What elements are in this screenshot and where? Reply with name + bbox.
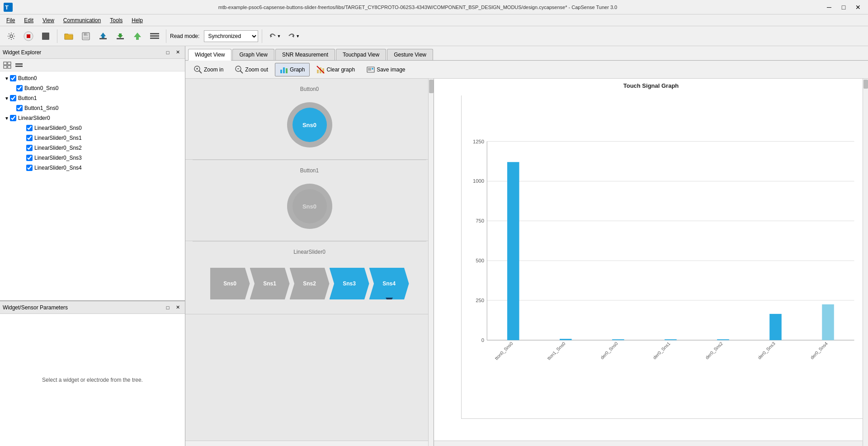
- bar-5[interactable]: [769, 314, 782, 340]
- clear-graph-button[interactable]: Clear graph: [311, 63, 360, 76]
- button1-inner-circle[interactable]: Sns0: [292, 189, 327, 223]
- tree-expand-linearslider0[interactable]: ▼: [4, 116, 10, 121]
- tree-item-linearslider0-sns1[interactable]: LinearSlider0_Sns1: [0, 133, 185, 143]
- close-button[interactable]: ✕: [852, 1, 864, 14]
- tree-item-linearslider0-sns0[interactable]: LinearSlider0_Sns0: [0, 123, 185, 133]
- menu-view[interactable]: View: [38, 16, 59, 24]
- tree-check-button1[interactable]: [10, 95, 16, 101]
- maximize-button[interactable]: □: [837, 1, 850, 14]
- download-button[interactable]: [113, 28, 128, 44]
- save-image-button[interactable]: Save image: [362, 63, 410, 76]
- tab-graph-view[interactable]: Graph View: [232, 49, 274, 60]
- graph-button[interactable]: Graph: [275, 63, 310, 76]
- tree-item-linearslider0-sns2[interactable]: LinearSlider0_Sns2: [0, 143, 185, 153]
- redo-dropdown[interactable]: ▼: [296, 34, 300, 38]
- params-close-button[interactable]: ✕: [173, 304, 182, 312]
- menu-communication[interactable]: Communication: [59, 16, 105, 24]
- svg-rect-10: [99, 38, 107, 39]
- graph-scrollbar-h[interactable]: [434, 441, 863, 446]
- menu-tools[interactable]: Tools: [105, 16, 127, 24]
- tree-check-ls0-sns2[interactable]: [26, 145, 33, 151]
- menu-edit[interactable]: Edit: [19, 16, 38, 24]
- tab-touchpad-view[interactable]: Touchpad View: [336, 49, 386, 60]
- zoom-in-button[interactable]: Zoom in: [189, 63, 228, 76]
- tree-check-linearslider0[interactable]: [10, 115, 16, 121]
- svg-text:0: 0: [481, 337, 484, 343]
- menu-file[interactable]: File: [2, 16, 19, 24]
- svg-rect-36: [317, 70, 319, 73]
- upload-button[interactable]: [95, 28, 111, 44]
- slider-segment-0[interactable]: Sns0: [210, 268, 250, 299]
- svg-marker-13: [118, 33, 123, 38]
- tree-check-button1-sns0[interactable]: [16, 105, 23, 111]
- tree-check-ls0-sns1[interactable]: [26, 135, 33, 141]
- tree-item-button1-sns0[interactable]: Button1_Sns0: [0, 103, 185, 113]
- tab-snr-measurement[interactable]: SNR Measurement: [275, 49, 335, 60]
- tree-expand-button0[interactable]: ▼: [4, 76, 10, 81]
- stop-button[interactable]: [21, 28, 36, 44]
- bar-3[interactable]: [665, 339, 677, 340]
- bar-0[interactable]: [507, 162, 519, 340]
- stop-square-button[interactable]: [38, 28, 53, 44]
- read-mode-select[interactable]: Synchronized Manual: [204, 30, 258, 42]
- slider-segment-1[interactable]: Sns1: [250, 268, 290, 299]
- tab-gesture-view[interactable]: Gesture View: [387, 49, 433, 60]
- tree-check-ls0-sns3[interactable]: [26, 155, 33, 161]
- widget-section-button1: Button1 Sns0: [185, 160, 434, 241]
- slider-segment-3[interactable]: Sns3: [330, 268, 369, 299]
- tree-item-linearslider0[interactable]: ▼ LinearSlider0: [0, 113, 185, 123]
- tree-expand-ls0-sns4: [20, 166, 26, 171]
- save-button[interactable]: [78, 28, 94, 44]
- params-expand-button[interactable]: □: [163, 304, 172, 312]
- minimize-button[interactable]: ─: [823, 1, 835, 14]
- stop-square-icon: [41, 32, 50, 41]
- right-area: Widget View Graph View SNR Measurement T…: [185, 46, 868, 446]
- svg-rect-12: [117, 38, 124, 39]
- folder-icon: [64, 32, 73, 40]
- tree-check-button0-sns0[interactable]: [16, 85, 23, 91]
- menu-help[interactable]: Help: [127, 16, 147, 24]
- svg-text:T: T: [5, 4, 9, 11]
- settings-button[interactable]: [4, 28, 19, 44]
- button0-inner-circle[interactable]: Sns0: [292, 108, 327, 142]
- arrow-up-button[interactable]: [130, 28, 145, 44]
- zoom-out-button[interactable]: Zoom out: [230, 63, 273, 76]
- collapse-all-button[interactable]: [14, 60, 24, 70]
- tree-item-button0[interactable]: ▼ Button0: [0, 73, 185, 83]
- tree-expand-button1[interactable]: ▼: [4, 96, 10, 101]
- tree-check-button0[interactable]: [10, 75, 16, 81]
- svg-rect-17: [150, 38, 159, 39]
- button0-section-label: Button0: [193, 86, 426, 92]
- save-icon: [81, 32, 90, 41]
- graph-scrollbar-v[interactable]: [863, 79, 868, 446]
- svg-marker-18: [270, 35, 272, 38]
- expand-all-button[interactable]: [2, 60, 13, 70]
- explorer-close-button[interactable]: ✕: [173, 48, 182, 57]
- tree-item-button0-sns0[interactable]: Button0_Sns0: [0, 83, 185, 93]
- bar-4[interactable]: [717, 339, 729, 340]
- button1-outer-circle: Sns0: [287, 184, 332, 229]
- undo-dropdown[interactable]: ▼: [277, 34, 281, 38]
- canvas-scrollbar-v[interactable]: [428, 79, 434, 446]
- canvas-scrollbar-h[interactable]: [185, 441, 428, 446]
- tab-widget-view[interactable]: Widget View: [188, 49, 231, 61]
- bar-1[interactable]: [560, 339, 572, 340]
- tree-item-button1[interactable]: ▼ Button1: [0, 93, 185, 103]
- tree-check-ls0-sns0[interactable]: [26, 125, 33, 131]
- graph-label: Graph: [290, 66, 305, 73]
- redo-button[interactable]: ▼: [285, 30, 303, 43]
- bar-2[interactable]: [612, 339, 624, 340]
- slider-segment-2[interactable]: Sns2: [290, 268, 330, 299]
- tree-item-linearslider0-sns4[interactable]: LinearSlider0_Sns4: [0, 163, 185, 173]
- tree-item-linearslider0-sns3[interactable]: LinearSlider0_Sns3: [0, 153, 185, 163]
- bar-6[interactable]: [822, 304, 834, 340]
- tree-label-ls0-sns0: LinearSlider0_Sns0: [34, 125, 82, 131]
- gear-icon: [7, 32, 16, 41]
- slider-seg-label-1: Sns1: [263, 280, 276, 287]
- explorer-expand-button[interactable]: □: [163, 48, 172, 57]
- open-button[interactable]: [61, 28, 76, 44]
- tree-check-ls0-sns4[interactable]: [26, 165, 33, 171]
- undo-button[interactable]: ▼: [266, 30, 284, 43]
- list-button[interactable]: [147, 28, 162, 44]
- slider-segment-4[interactable]: Sns4: [369, 268, 409, 299]
